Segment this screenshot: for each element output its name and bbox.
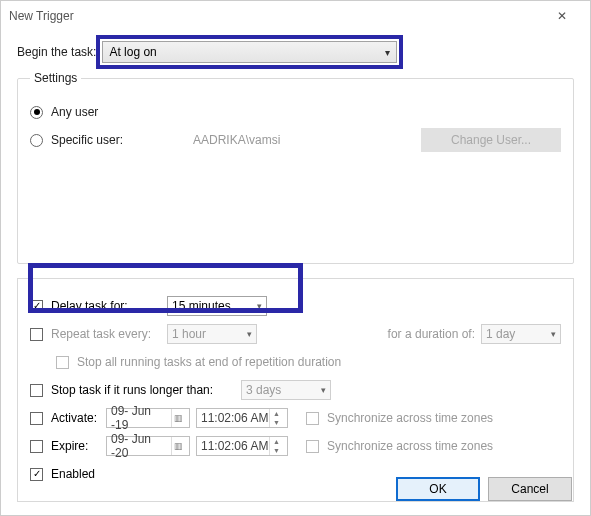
window-title: New Trigger — [9, 9, 542, 23]
activate-checkbox[interactable] — [30, 412, 43, 425]
expire-sync-checkbox — [306, 440, 319, 453]
activate-date-picker[interactable]: 09- Jun -19 ▥ — [106, 408, 190, 428]
dialog-new-trigger: New Trigger ✕ Begin the task: At log on … — [0, 0, 591, 516]
expire-sync-label: Synchronize across time zones — [327, 439, 493, 453]
calendar-icon: ▥ — [171, 409, 185, 427]
spinner-icon: ▲▼ — [269, 437, 283, 455]
begin-task-value: At log on — [109, 45, 156, 59]
expire-time-picker[interactable]: 11:02:06 AM ▲▼ — [196, 436, 288, 456]
repeat-task-dropdown: 1 hour ▾ — [167, 324, 257, 344]
calendar-icon: ▥ — [171, 437, 185, 455]
settings-legend: Settings — [30, 71, 81, 85]
settings-group: Settings Any user Specific user: AADRIKA… — [17, 71, 574, 264]
cancel-button[interactable]: Cancel — [488, 477, 572, 501]
repeat-duration-label: for a duration of: — [388, 327, 475, 341]
chevron-down-icon: ▾ — [247, 329, 252, 339]
activate-time-picker[interactable]: 11:02:06 AM ▲▼ — [196, 408, 288, 428]
begin-task-dropdown[interactable]: At log on ▾ — [102, 41, 397, 63]
delay-task-label: Delay task for: — [51, 299, 161, 313]
dialog-footer: OK Cancel — [396, 477, 572, 501]
titlebar: New Trigger ✕ — [1, 1, 590, 31]
ok-button[interactable]: OK — [396, 477, 480, 501]
enabled-checkbox[interactable] — [30, 468, 43, 481]
expire-date-picker[interactable]: 09- Jun -20 ▥ — [106, 436, 190, 456]
specific-user-label: Specific user: — [51, 133, 123, 147]
repeat-duration-dropdown: 1 day ▾ — [481, 324, 561, 344]
delay-task-dropdown[interactable]: 15 minutes ▾ — [167, 296, 267, 316]
any-user-label: Any user — [51, 105, 98, 119]
specific-user-value: AADRIKA\vamsi — [193, 133, 343, 147]
stop-long-checkbox[interactable] — [30, 384, 43, 397]
enabled-label: Enabled — [51, 467, 95, 481]
change-user-button: Change User... — [421, 128, 561, 152]
any-user-radio[interactable] — [30, 106, 43, 119]
stop-repetition-checkbox — [56, 356, 69, 369]
stop-repetition-label: Stop all running tasks at end of repetit… — [77, 355, 341, 369]
chevron-down-icon: ▾ — [385, 47, 390, 58]
stop-long-label: Stop task if it runs longer than: — [51, 383, 241, 397]
chevron-down-icon: ▾ — [551, 329, 556, 339]
repeat-task-checkbox[interactable] — [30, 328, 43, 341]
chevron-down-icon: ▾ — [321, 385, 326, 395]
delay-task-checkbox[interactable] — [30, 300, 43, 313]
close-button[interactable]: ✕ — [542, 2, 582, 30]
repeat-task-label: Repeat task every: — [51, 327, 161, 341]
specific-user-radio[interactable] — [30, 134, 43, 147]
advanced-settings-group: Delay task for: 15 minutes ▾ Repeat task… — [17, 278, 574, 502]
stop-long-dropdown: 3 days ▾ — [241, 380, 331, 400]
expire-label: Expire: — [51, 439, 106, 453]
activate-sync-checkbox — [306, 412, 319, 425]
spinner-icon: ▲▼ — [269, 409, 283, 427]
begin-task-label: Begin the task: — [17, 45, 96, 59]
activate-sync-label: Synchronize across time zones — [327, 411, 493, 425]
expire-checkbox[interactable] — [30, 440, 43, 453]
activate-label: Activate: — [51, 411, 106, 425]
close-icon: ✕ — [557, 9, 567, 23]
chevron-down-icon: ▾ — [257, 301, 262, 311]
